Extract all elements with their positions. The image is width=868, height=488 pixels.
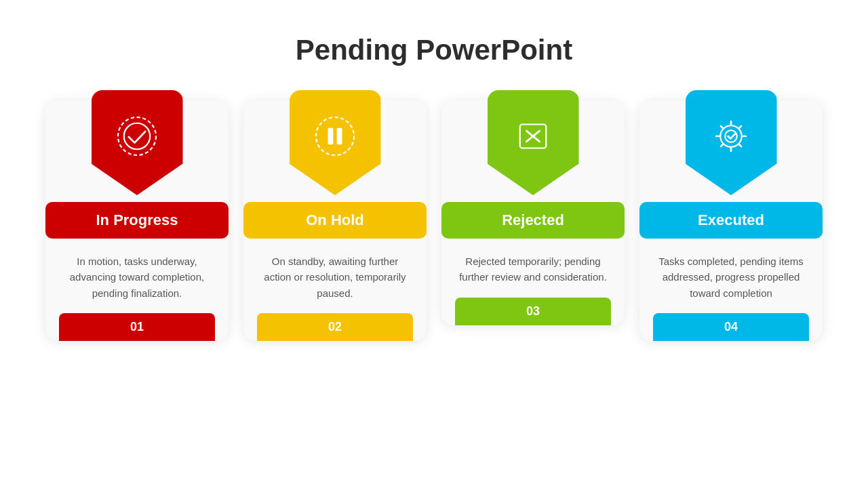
card-label-01: In Progress: [45, 202, 229, 239]
card-04: Executed Tasks completed, pending items …: [639, 100, 823, 341]
cards-container: In Progress In motion, tasks underway, a…: [0, 100, 868, 341]
card-label-03: Rejected: [441, 202, 625, 239]
card-02: On Hold On standby, awaiting further act…: [243, 100, 427, 341]
card-number-02: 02: [257, 313, 413, 341]
card-01: In Progress In motion, tasks underway, a…: [45, 100, 229, 341]
card-number-03: 03: [455, 298, 611, 325]
card-icon-wrapper: [488, 94, 579, 195]
card-description-01: In motion, tasks underway, advancing tow…: [45, 239, 229, 313]
card-icon-wrapper: [686, 94, 777, 195]
svg-point-2: [316, 117, 354, 155]
card-inner: Executed Tasks completed, pending items …: [639, 100, 823, 341]
card-icon-bg: [488, 90, 579, 195]
card-03: Rejected Rejected temporarily; pending f…: [441, 100, 625, 325]
svg-point-8: [725, 130, 737, 142]
card-description-04: Tasks completed, pending items addressed…: [639, 239, 823, 313]
svg-point-1: [124, 123, 151, 149]
card-label-02: On Hold: [243, 202, 427, 239]
card-icon-wrapper: [290, 94, 381, 195]
card-inner: In Progress In motion, tasks underway, a…: [45, 100, 229, 341]
card-description-03: Rejected temporarily; pending further re…: [441, 239, 625, 298]
card-icon-wrapper: [92, 94, 183, 195]
card-inner: Rejected Rejected temporarily; pending f…: [441, 100, 625, 325]
card-number-01: 01: [59, 313, 215, 341]
page-title: Pending PowerPoint: [296, 34, 572, 66]
card-icon-bg: [686, 90, 777, 195]
card-inner: On Hold On standby, awaiting further act…: [243, 100, 427, 341]
svg-rect-3: [328, 127, 334, 144]
svg-point-9: [720, 125, 742, 147]
card-icon-bg: [92, 90, 183, 195]
card-description-02: On standby, awaiting further action or r…: [243, 239, 427, 313]
card-number-04: 04: [653, 313, 809, 341]
svg-rect-4: [337, 127, 342, 144]
card-icon-bg: [290, 90, 381, 195]
card-label-04: Executed: [639, 202, 823, 239]
